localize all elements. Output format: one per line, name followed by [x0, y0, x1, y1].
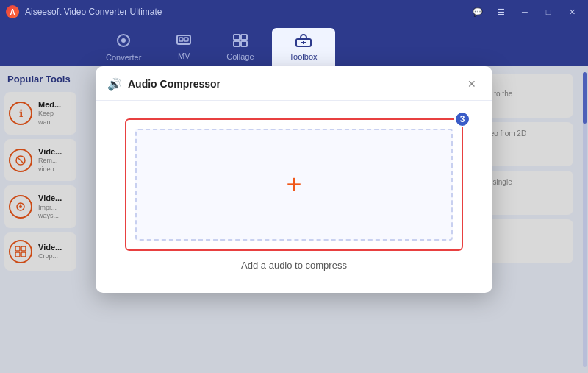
dropzone-label: Add a audio to compress — [241, 260, 347, 271]
audio-compressor-icon: 🔊 — [107, 77, 122, 91]
tab-mv-label: MV — [178, 51, 190, 60]
tab-converter[interactable]: Converter — [88, 28, 159, 66]
svg-rect-5 — [234, 35, 240, 40]
minimize-button[interactable]: ─ — [514, 4, 535, 19]
add-icon: + — [286, 171, 301, 198]
menu-button[interactable]: ☰ — [491, 4, 512, 19]
titlebar-left: A Aiseesoft Video Converter Ultimate — [6, 5, 162, 18]
tab-toolbox-label: Toolbox — [290, 52, 318, 61]
svg-rect-7 — [234, 41, 240, 46]
file-count-badge: 3 — [454, 111, 470, 127]
svg-rect-8 — [241, 41, 247, 46]
collage-icon — [233, 34, 248, 51]
modal-title-area: 🔊 Audio Compressor — [107, 77, 220, 91]
modal-title: Audio Compressor — [128, 78, 220, 90]
svg-rect-4 — [184, 38, 188, 41]
titlebar: A Aiseesoft Video Converter Ultimate 💬 ☰… — [0, 0, 588, 24]
dropzone-inner: + — [135, 129, 453, 241]
converter-icon — [116, 33, 131, 51]
dropzone-wrapper: + 3 — [125, 118, 463, 251]
toolbox-icon — [295, 34, 312, 51]
maximize-button[interactable]: □ — [538, 4, 559, 19]
tab-collage[interactable]: Collage — [209, 28, 271, 66]
titlebar-title: Aiseesoft Video Converter Ultimate — [25, 7, 162, 17]
svg-point-1 — [121, 38, 126, 43]
svg-rect-6 — [241, 35, 247, 40]
app-logo: A — [6, 5, 19, 18]
titlebar-controls: 💬 ☰ ─ □ ✕ — [467, 4, 582, 19]
tab-mv[interactable]: MV — [159, 28, 209, 66]
audio-compressor-modal: 🔊 Audio Compressor ✕ + 3 Add a audio to … — [96, 66, 492, 293]
modal-overlay: 🔊 Audio Compressor ✕ + 3 Add a audio to … — [0, 66, 588, 373]
tab-collage-label: Collage — [226, 52, 254, 61]
dropzone[interactable]: + — [125, 118, 463, 251]
svg-rect-3 — [179, 38, 183, 41]
main-area: Popular Tools ℹ Med... Keepwant... Vide.… — [0, 66, 588, 373]
tab-converter-label: Converter — [106, 53, 141, 62]
tab-toolbox[interactable]: Toolbox — [272, 28, 335, 66]
close-button[interactable]: ✕ — [562, 4, 582, 19]
mv-icon — [176, 35, 191, 50]
nav-bar: Converter MV Collage — [0, 24, 588, 66]
chat-button[interactable]: 💬 — [467, 4, 488, 19]
modal-header: 🔊 Audio Compressor ✕ — [96, 66, 492, 101]
modal-close-button[interactable]: ✕ — [463, 75, 481, 93]
modal-body: + 3 Add a audio to compress — [96, 101, 492, 293]
